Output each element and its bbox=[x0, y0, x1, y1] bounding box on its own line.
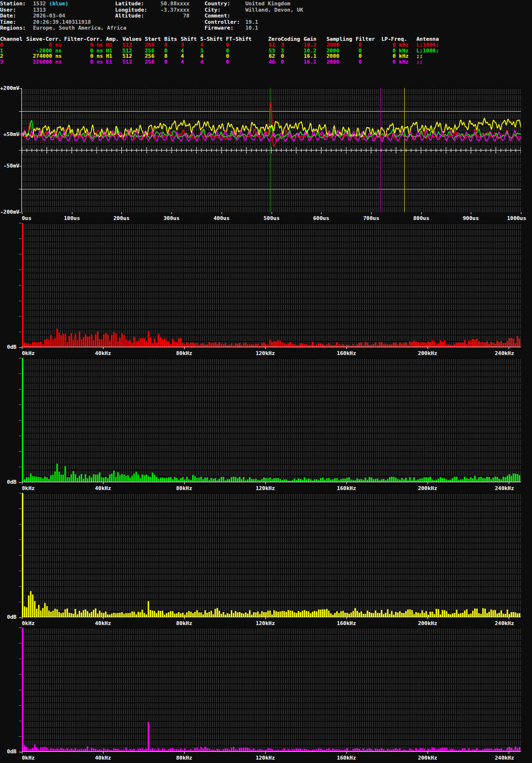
field-value: United Kingdom bbox=[245, 1, 291, 7]
db-axis-tick bbox=[19, 617, 21, 618]
db-axis-tick bbox=[19, 524, 21, 525]
time-tick bbox=[321, 212, 322, 214]
db-axis-tick bbox=[19, 358, 21, 358]
station-color-tag: (blue) bbox=[46, 1, 69, 7]
header-device-info: Country:United KingdomCity:Willand, Devo… bbox=[205, 1, 303, 32]
freq-tick bbox=[184, 752, 185, 754]
db-axis-tick bbox=[19, 659, 21, 659]
table-cell: 256 bbox=[145, 42, 164, 48]
table-cell: 2 bbox=[0, 53, 26, 59]
freq-tick bbox=[346, 482, 347, 484]
x-tick-label: 500us bbox=[263, 216, 279, 221]
header-field: Comment: bbox=[205, 13, 303, 19]
db-axis-tick bbox=[19, 405, 21, 405]
freq-tick bbox=[265, 347, 266, 349]
freq-tick bbox=[103, 752, 103, 754]
x-tick-label: 40kHz bbox=[95, 755, 111, 761]
channel-row-3: 3226000 ns0 nsE1512256844046016.1200000 … bbox=[0, 59, 476, 65]
header-field: Regions:Europe, South America, Africa bbox=[0, 25, 126, 32]
x-tick-label: 400us bbox=[213, 216, 229, 221]
freq-tick bbox=[428, 347, 428, 349]
voltage-label: -50mV bbox=[0, 163, 19, 169]
db-axis-tick bbox=[19, 721, 21, 721]
table-cell: 52 bbox=[268, 42, 281, 48]
db-axis-tick bbox=[19, 571, 21, 571]
db-axis-tick bbox=[19, 389, 21, 390]
voltage-axis-tick bbox=[19, 150, 21, 151]
freq-tick bbox=[346, 617, 347, 619]
field-label: Station: bbox=[0, 1, 33, 7]
x-tick-label: 120kHz bbox=[256, 621, 275, 627]
field-label: Regions: bbox=[0, 25, 33, 32]
x-tick-label: 200us bbox=[113, 216, 129, 221]
db-axis-tick bbox=[19, 254, 21, 254]
field-value: Willand, Devon, UK bbox=[245, 7, 303, 14]
db-axis-tick bbox=[19, 509, 21, 509]
x-tick-label: 100us bbox=[64, 216, 80, 221]
x-tick-label: 160kHz bbox=[337, 755, 356, 761]
table-cell: 0 ns bbox=[64, 42, 106, 48]
table-cell: 4 bbox=[181, 59, 200, 65]
db-axis-tick bbox=[19, 436, 21, 436]
db-axis-tick bbox=[19, 420, 21, 421]
db-axis-tick bbox=[19, 238, 21, 239]
table-cell: L;1000; bbox=[416, 42, 475, 48]
db-axis-tick bbox=[19, 555, 21, 556]
freq-tick bbox=[22, 482, 22, 484]
channel-3-spectrum-bars bbox=[22, 627, 521, 752]
x-tick-label: 600us bbox=[313, 216, 329, 221]
table-cell: 2000 bbox=[326, 42, 356, 48]
db-axis-tick bbox=[19, 347, 21, 348]
field-value: Europe, South America, Africa bbox=[33, 25, 126, 32]
table-cell: 3 bbox=[200, 48, 226, 54]
db-label: 0dB bbox=[0, 344, 17, 350]
x-tick-label: 80kHz bbox=[176, 755, 192, 761]
freq-tick bbox=[103, 347, 103, 349]
header-location-info: Latitude:50.88xxxxLongitude:-3.37xxxxAlt… bbox=[115, 1, 189, 19]
table-cell: 8 bbox=[164, 59, 181, 65]
x-tick-label: 240kHz bbox=[495, 755, 514, 761]
voltage-axis-tick bbox=[19, 189, 21, 189]
waveform-canvas bbox=[22, 88, 521, 212]
x-tick-label: 40kHz bbox=[95, 621, 111, 627]
header-field: Latitude:50.88xxxx bbox=[115, 1, 189, 7]
x-tick-label: 120kHz bbox=[256, 351, 275, 356]
channel-0-spectrum-plot bbox=[22, 223, 521, 347]
table-cell: L;1000; bbox=[416, 48, 475, 54]
freq-tick bbox=[184, 347, 185, 349]
x-tick-label: 0kHz bbox=[22, 621, 35, 627]
freq-tick bbox=[509, 752, 509, 754]
table-cell: 3 bbox=[281, 48, 304, 54]
db-label: 0dB bbox=[0, 479, 17, 485]
channel-3-spectrum-plot bbox=[22, 627, 521, 752]
table-cell: 3 bbox=[181, 42, 200, 48]
x-tick-label: 240kHz bbox=[495, 621, 514, 627]
x-tick-label: 240kHz bbox=[495, 486, 514, 492]
x-tick-label: 160kHz bbox=[337, 351, 356, 356]
header-field: Firmware:10.1 bbox=[205, 25, 303, 32]
freq-tick bbox=[184, 617, 185, 619]
x-tick-label: 0kHz bbox=[22, 755, 35, 761]
channel-0-spectrum-bars bbox=[22, 223, 521, 347]
x-tick-label: 200kHz bbox=[418, 755, 437, 761]
table-cell: 8 bbox=[164, 42, 181, 48]
voltage-label: +50mV bbox=[0, 132, 19, 137]
spectrum-baseline bbox=[22, 347, 521, 347]
station-signal-page: Station:1532 (blue)User:1313Date:2026-03… bbox=[0, 0, 532, 763]
header-field: Date:2026-03-04 bbox=[0, 13, 126, 19]
db-axis-tick bbox=[19, 223, 21, 223]
db-axis-tick bbox=[19, 602, 21, 602]
table-cell: 0 bbox=[226, 42, 268, 48]
spectrum-baseline bbox=[22, 482, 521, 482]
x-tick-label: 80kHz bbox=[176, 621, 192, 627]
time-tick bbox=[421, 212, 422, 214]
db-axis-tick bbox=[19, 643, 21, 644]
db-axis-tick bbox=[19, 690, 21, 690]
table-cell: H1 bbox=[106, 42, 122, 48]
table-cell: 4 bbox=[200, 53, 226, 59]
table-cell: 16.1 bbox=[304, 59, 326, 65]
table-cell: 4 bbox=[200, 59, 226, 65]
x-tick-label: 120kHz bbox=[256, 486, 275, 492]
table-cell: 512 bbox=[122, 59, 145, 65]
field-label: Latitude: bbox=[115, 1, 155, 7]
